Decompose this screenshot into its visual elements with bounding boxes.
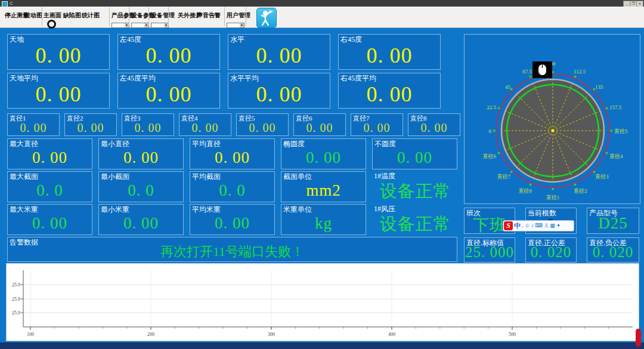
measure-box: 水平 0. 00: [228, 34, 330, 70]
diameter-box: 直径2 0. 00: [64, 113, 117, 136]
statistics-chart-button[interactable]: 统计图: [82, 11, 100, 20]
soft-keyboard-icon[interactable]: ⌨: [535, 221, 543, 230]
svg-text:直径5: 直径5: [614, 128, 628, 134]
measure-label: 平均米重: [192, 205, 221, 215]
measure-label: 平均直径: [192, 139, 221, 149]
svg-text:直径8: 直径8: [519, 188, 532, 194]
measure-box: 平均直径 0. 00: [190, 138, 275, 169]
alarm-message: 再次打开11号端口失败！: [8, 243, 457, 261]
skin-icon[interactable]: ▦: [550, 221, 555, 230]
ime-language-toggle[interactable]: 中: [514, 221, 521, 230]
diameter-box: 直径7 0. 00: [351, 113, 403, 136]
measure-box: 最大米重 0. 00: [7, 204, 92, 235]
defect-chart-button[interactable]: 缺陷图: [63, 11, 81, 20]
status-value: 设备正常: [372, 180, 459, 203]
measure-label: 最小截面: [101, 172, 129, 182]
measure-value: 0. 00: [190, 214, 274, 233]
toolbar-separator: [129, 7, 129, 26]
measure-box: 平均截面 0. 0: [190, 171, 275, 202]
toolbar-separator: [148, 7, 149, 26]
diameter-box: 直径1 0. 00: [7, 113, 60, 136]
svg-text:直径3: 直径3: [595, 174, 609, 180]
status-value: 设备正常: [372, 212, 459, 236]
svg-text:200: 200: [147, 332, 154, 337]
svg-text:直径2: 直径2: [574, 188, 587, 194]
toolbar-separator: [109, 7, 110, 26]
svg-text:25.0: 25.0: [12, 282, 20, 288]
polar-chart-panel: 90 112.5 135 157.5 直径5 直径4 直径3 直径2 直径1 直…: [464, 34, 640, 204]
measure-box: 左45度 0. 00: [117, 34, 220, 70]
device-manage-dropdown[interactable]: ▼: [151, 23, 169, 28]
svg-text:400: 400: [388, 332, 395, 337]
voice-input-icon[interactable]: ♪: [531, 221, 534, 230]
device-manage-button[interactable]: 设备管理: [151, 11, 175, 20]
svg-text:直径1: 直径1: [546, 194, 560, 200]
measure-value: 0. 00: [373, 149, 457, 167]
svg-text:25.0: 25.0: [12, 310, 20, 316]
sogou-logo-icon[interactable]: S: [504, 221, 513, 230]
toolbox-icon[interactable]: ✦: [556, 221, 561, 230]
measure-label: 不圆度: [374, 139, 396, 149]
diameter-value: 0. 00: [408, 121, 460, 135]
chevron-down-icon: ▼: [144, 23, 148, 27]
diameter-value: 0. 00: [179, 121, 231, 135]
measure-value: mm2: [281, 181, 366, 200]
measure-label: 截面单位: [283, 172, 312, 182]
diameter-box: 直径3 0. 00: [122, 113, 174, 136]
svg-text:直径6: 直径6: [483, 153, 497, 159]
measure-value: 0. 00: [118, 82, 219, 107]
record-ring-icon: [47, 20, 56, 29]
measure-value: 0. 00: [118, 43, 219, 68]
svg-text:直径7: 直径7: [497, 174, 511, 180]
measure-label: 最大直径: [10, 139, 38, 149]
plus-tol-value: 0. 020: [526, 244, 576, 261]
device-params-dropdown[interactable]: ▼: [131, 23, 149, 28]
measure-box: 天地 0. 00: [7, 34, 110, 70]
ime-toolbar[interactable]: S 中 , ☺ ♪ ⌨ ♙ ▦ ✦: [503, 220, 574, 231]
measure-label: 最大米重: [10, 205, 38, 215]
chevron-down-icon: ▼: [240, 23, 244, 27]
measure-box: 最小截面 0. 0: [98, 171, 184, 202]
operator-run-button[interactable]: [256, 8, 277, 28]
user-manage-dropdown[interactable]: ▼: [227, 23, 244, 28]
measure-value: 0. 00: [8, 149, 92, 167]
trend-chart-panel: 25.0 25.0 25.0 100 200 300 400 500: [6, 263, 639, 341]
measure-box: 天地平均 0. 00: [7, 73, 110, 109]
measure-label: 椭圆度: [283, 139, 305, 149]
emoji-icon[interactable]: ☺: [525, 221, 530, 230]
diameter-box: 直径5 0. 00: [236, 113, 289, 136]
polar-diameter-chart: 90 112.5 135 157.5 直径5 直径4 直径3 直径2 直径1 直…: [465, 35, 640, 203]
nominal-value: 25. 000: [465, 244, 515, 261]
status-box: 1#风压 设备正常: [372, 204, 459, 234]
diameter-value: 0. 00: [351, 121, 402, 135]
measure-box: 右45度 0. 00: [338, 34, 441, 70]
measure-value: 0. 00: [99, 214, 183, 233]
cursor-overlay-icon: [532, 61, 552, 78]
punctuation-icon[interactable]: ,: [522, 221, 524, 230]
measure-value: 0. 00: [228, 43, 330, 68]
fluctuation-chart-button[interactable]: 波动图: [24, 11, 42, 20]
svg-text:112.5: 112.5: [574, 69, 586, 75]
svg-text:0: 0: [489, 128, 492, 134]
toolbar: 停止测量 波动图 主画面 缺陷图 统计图 产品参数 ▼ 设备参数 ▼ 设备管理 …: [0, 7, 644, 28]
measure-label: 最小米重: [101, 205, 129, 215]
diameter-value: 0. 00: [294, 121, 345, 135]
nominal-box: 直径.标称值 25. 000: [464, 237, 515, 262]
measure-label: 最小直径: [101, 139, 129, 149]
measure-box: 不圆度 0. 00: [372, 138, 457, 169]
user-manage-button[interactable]: 用户管理: [227, 11, 250, 20]
measure-value: 0. 00: [281, 149, 366, 167]
red-indicator-icon: [636, 329, 641, 347]
toolbar-separator: [42, 7, 42, 26]
minus-tol-value: 0. 020: [587, 244, 639, 261]
alarm-box: 告警数据 再次打开11号端口失败！: [7, 237, 457, 262]
toolbar-separator: [168, 7, 169, 26]
product-params-dropdown[interactable]: ▼: [112, 23, 129, 28]
measure-value: 0. 00: [339, 82, 440, 107]
measurement-app-window: C _ ❐ × 停止测量 波动图 主画面 缺陷图 统计图 产品参数 ▼ 设备参数…: [0, 0, 644, 349]
person-flag-icon: [257, 8, 276, 27]
chevron-down-icon: ▼: [164, 23, 168, 27]
sound-alarm-button[interactable]: 声音告警: [197, 11, 221, 20]
main-screen-button[interactable]: 主画面: [44, 11, 61, 20]
person-icon[interactable]: ♙: [544, 221, 549, 230]
